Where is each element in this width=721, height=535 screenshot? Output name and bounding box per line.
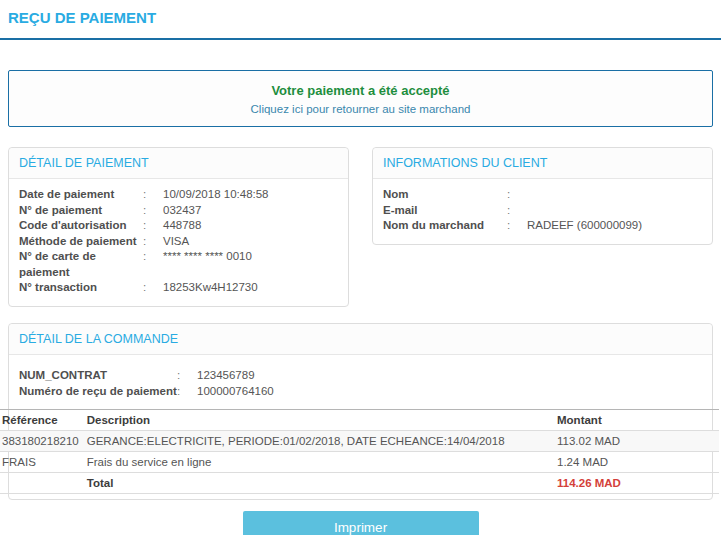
separator: : xyxy=(143,249,163,280)
client-info-panel: INFORMATIONS DU CLIENT Nom : E-mail : No… xyxy=(372,147,713,245)
item-reference: FRAIS xyxy=(0,451,83,472)
transaction-number-label: N° transaction xyxy=(19,280,143,296)
header-divider xyxy=(0,38,721,40)
card-number-row: N° de carte de paiement : **** **** ****… xyxy=(19,249,338,280)
separator: : xyxy=(177,383,197,399)
contract-number-label: NUM_CONTRAT xyxy=(19,367,177,383)
item-reference: 383180218210 xyxy=(0,430,83,451)
payment-detail-title: DÉTAIL DE PAIEMENT xyxy=(9,148,348,179)
item-description: Frais du service en ligne xyxy=(83,451,553,472)
separator: : xyxy=(507,203,527,219)
client-info-body: Nom : E-mail : Nom du marchand : RADEEF … xyxy=(373,179,712,244)
table-row: 383180218210 GERANCE:ELECTRICITE, PERIOD… xyxy=(0,430,719,451)
page-title: REÇU DE PAIEMENT xyxy=(0,0,721,26)
client-email-row: E-mail : xyxy=(383,203,702,219)
total-row: Total 114.26 MAD xyxy=(0,472,719,493)
panel-bottom-padding xyxy=(9,494,712,499)
total-empty-cell xyxy=(0,472,83,493)
payment-number-value: 032437 xyxy=(163,203,201,219)
return-to-merchant-link[interactable]: Cliquez ici pour retourner au site march… xyxy=(19,103,702,115)
merchant-name-value: RADEEF (600000099) xyxy=(527,218,642,234)
payment-date-label: Date de paiement xyxy=(19,187,143,203)
separator: : xyxy=(143,234,163,250)
payment-detail-panel: DÉTAIL DE PAIEMENT Date de paiement : 10… xyxy=(8,147,349,307)
separator: : xyxy=(507,187,527,203)
receipt-number-row: Numéro de reçu de paiement : 10000076416… xyxy=(19,383,702,399)
receipt-number-label: Numéro de reçu de paiement xyxy=(19,383,177,399)
payment-method-value: VISA xyxy=(163,234,189,250)
order-items-table: Référence Description Montant 3831802182… xyxy=(0,409,719,494)
print-button[interactable]: Imprimer xyxy=(243,511,479,535)
authorization-code-row: Code d'autorisation : 448788 xyxy=(19,218,338,234)
separator: : xyxy=(177,367,197,383)
transaction-number-row: N° transaction : 18253Kw4H12730 xyxy=(19,280,338,296)
card-number-label: N° de carte de paiement xyxy=(19,249,143,280)
description-column-header: Description xyxy=(83,409,553,430)
reference-column-header: Référence xyxy=(0,409,83,430)
info-panels-row: DÉTAIL DE PAIEMENT Date de paiement : 10… xyxy=(8,147,713,307)
table-row: FRAIS Frais du service en ligne 1.24 MAD xyxy=(0,451,719,472)
payment-date-value: 10/09/2018 10:48:58 xyxy=(163,187,269,203)
transaction-number-value: 18253Kw4H12730 xyxy=(163,280,258,296)
item-description: GERANCE:ELECTRICITE, PERIODE:01/02/2018,… xyxy=(83,430,553,451)
payment-method-row: Méthode de paiement : VISA xyxy=(19,234,338,250)
payment-status-box: Votre paiement a été accepté Cliquez ici… xyxy=(8,70,713,127)
authorization-code-label: Code d'autorisation xyxy=(19,218,143,234)
client-info-title: INFORMATIONS DU CLIENT xyxy=(373,148,712,179)
payment-detail-body: Date de paiement : 10/09/2018 10:48:58 N… xyxy=(9,179,348,306)
item-amount: 113.02 MAD xyxy=(553,430,719,451)
merchant-name-row: Nom du marchand : RADEEF (600000099) xyxy=(383,218,702,234)
client-name-label: Nom xyxy=(383,187,507,203)
merchant-name-label: Nom du marchand xyxy=(383,218,507,234)
separator: : xyxy=(143,280,163,296)
table-header-row: Référence Description Montant xyxy=(0,409,719,430)
payment-number-label: N° de paiement xyxy=(19,203,143,219)
order-detail-title: DÉTAIL DE LA COMMANDE xyxy=(9,324,712,355)
separator: : xyxy=(143,203,163,219)
order-detail-panel: DÉTAIL DE LA COMMANDE NUM_CONTRAT : 1234… xyxy=(8,323,713,500)
payment-accepted-message: Votre paiement a été accepté xyxy=(19,83,702,98)
order-fields: NUM_CONTRAT : 123456789 Numéro de reçu d… xyxy=(9,355,712,409)
payment-number-row: N° de paiement : 032437 xyxy=(19,203,338,219)
contract-number-row: NUM_CONTRAT : 123456789 xyxy=(19,367,702,383)
receipt-number-value: 100000764160 xyxy=(197,383,274,399)
client-email-label: E-mail xyxy=(383,203,507,219)
separator: : xyxy=(143,218,163,234)
total-label: Total xyxy=(83,472,553,493)
separator: : xyxy=(143,187,163,203)
total-amount: 114.26 MAD xyxy=(553,472,719,493)
payment-method-label: Méthode de paiement xyxy=(19,234,143,250)
client-name-row: Nom : xyxy=(383,187,702,203)
contract-number-value: 123456789 xyxy=(197,367,255,383)
item-amount: 1.24 MAD xyxy=(553,451,719,472)
authorization-code-value: 448788 xyxy=(163,218,201,234)
separator: : xyxy=(507,218,527,234)
payment-date-row: Date de paiement : 10/09/2018 10:48:58 xyxy=(19,187,338,203)
print-button-container: Imprimer xyxy=(0,511,721,535)
card-number-value: **** **** **** 0010 xyxy=(163,249,252,280)
amount-column-header: Montant xyxy=(553,409,719,430)
